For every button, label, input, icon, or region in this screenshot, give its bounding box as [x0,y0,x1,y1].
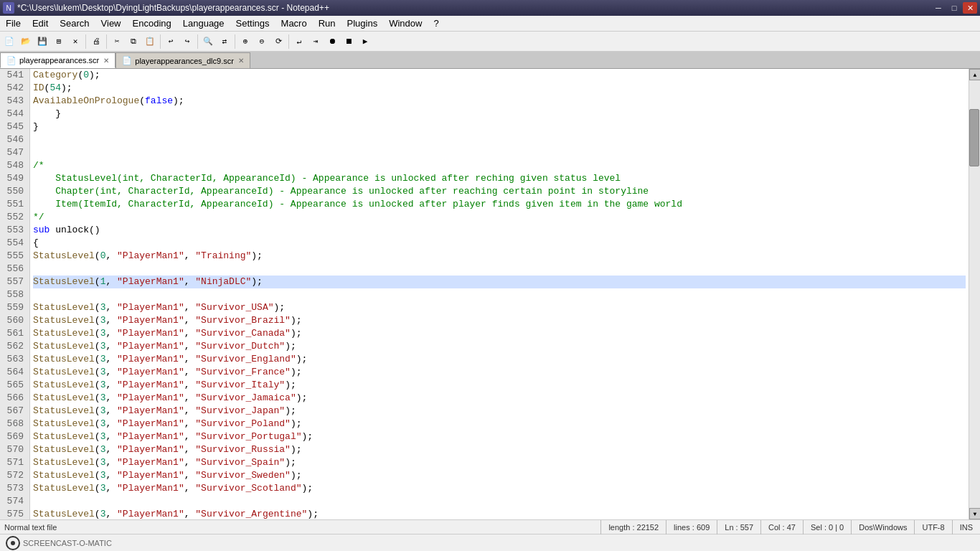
code-line-551[interactable]: Item(ItemId, CharacterId, AppearanceId) … [33,198,966,211]
tb-sync[interactable]: ⟳ [270,34,286,50]
titlebar: N *C:\Users\lukem\Desktop\DyingLightBack… [0,0,980,16]
scroll-track[interactable] [969,80,980,508]
code-line-570[interactable]: StatusLevel(3, "PlayerMan1", "Survivor_R… [33,443,966,456]
tab-close-1[interactable]: ✕ [103,57,109,65]
tb-undo[interactable]: ↩ [163,34,179,50]
code-line-554[interactable]: { [33,237,966,250]
code-line-555[interactable]: StatusLevel(0, "PlayerMan1", "Training")… [33,250,966,263]
tb-redo[interactable]: ↪ [179,34,195,50]
tb-saveall[interactable]: ⊞ [51,34,67,50]
line-number-560: 560 [6,314,24,327]
tb-new[interactable]: 📄 [1,34,17,50]
tb-cut[interactable]: ✂ [109,34,125,50]
tb-open[interactable]: 📂 [18,34,34,50]
tb-replace[interactable]: ⇄ [217,34,232,50]
code-line-561[interactable]: StatusLevel(3, "PlayerMan1", "Survivor_C… [33,327,966,340]
code-line-550[interactable]: Chapter(int, CharacterId, AppearanceId) … [33,185,966,198]
sep1 [85,34,86,49]
code-line-562[interactable]: StatusLevel(3, "PlayerMan1", "Survivor_D… [33,340,966,353]
code-line-572[interactable]: StatusLevel(3, "PlayerMan1", "Survivor_S… [33,469,966,482]
tb-save[interactable]: 💾 [34,34,50,50]
tab-label: playerappearances.scr [19,56,99,65]
vertical-scrollbar[interactable]: ▲ ▼ [969,69,980,519]
code-line-556[interactable] [33,263,966,276]
line-number-557: 557 [6,276,24,288]
tb-macro-stop[interactable]: ⏹ [341,34,357,50]
code-line-552[interactable]: */ [33,211,966,224]
line-number-556: 556 [6,263,24,276]
code-line-569[interactable]: StatusLevel(3, "PlayerMan1", "Survivor_P… [33,430,966,443]
tb-copy[interactable]: ⧉ [126,34,141,50]
tab-playerappearances[interactable]: 📄 playerappearances.scr ✕ [0,52,116,68]
code-line-548[interactable]: /* [33,159,966,172]
close-button[interactable]: ✕ [963,2,977,14]
tb-macro-rec[interactable]: ⏺ [324,34,340,50]
menu-search[interactable]: Search [54,16,95,31]
menu-language[interactable]: Language [177,16,230,31]
code-line-567[interactable]: StatusLevel(3, "PlayerMan1", "Survivor_J… [33,405,966,418]
toolbar: 📄 📂 💾 ⊞ ✕ 🖨 ✂ ⧉ 📋 ↩ ↪ 🔍 ⇄ ⊕ ⊖ ⟳ ↵ ⇥ ⏺ ⏹ … [0,32,980,52]
code-line-544[interactable]: } [33,108,966,121]
tb-close[interactable]: ✕ [67,34,83,50]
code-line-560[interactable]: StatusLevel(3, "PlayerMan1", "Survivor_B… [33,314,966,327]
tb-macro-play[interactable]: ▶ [357,34,373,50]
menu-file[interactable]: File [0,16,27,31]
menu-settings[interactable]: Settings [230,16,275,31]
scroll-thumb[interactable] [969,109,979,166]
status-col: Col : 47 [760,520,803,534]
menu-edit[interactable]: Edit [27,16,54,31]
scroll-up[interactable]: ▲ [969,69,980,80]
code-line-559[interactable]: StatusLevel(3, "PlayerMan1", "Survivor_U… [33,301,966,314]
titlebar-controls: ─ □ ✕ [931,2,977,14]
line-number-543: 543 [6,95,24,108]
code-line-553[interactable]: sub unlock() [33,224,966,237]
code-line-573[interactable]: StatusLevel(3, "PlayerMan1", "Survivor_S… [33,482,966,495]
tb-zoom-out[interactable]: ⊖ [254,34,270,50]
code-line-547[interactable] [33,146,966,159]
menu-window[interactable]: Window [383,16,428,31]
tb-wrap[interactable]: ↵ [291,34,307,50]
code-line-575[interactable]: StatusLevel(3, "PlayerMan1", "Survivor_A… [33,508,966,519]
status-ins: INS [952,520,980,534]
code-line-565[interactable]: StatusLevel(3, "PlayerMan1", "Survivor_I… [33,379,966,392]
tb-find[interactable]: 🔍 [200,34,216,50]
code-line-568[interactable]: StatusLevel(3, "PlayerMan1", "Survivor_P… [33,418,966,430]
code-line-566[interactable]: StatusLevel(3, "PlayerMan1", "Survivor_J… [33,392,966,405]
menu-help[interactable]: ? [428,16,444,31]
code-line-564[interactable]: StatusLevel(3, "PlayerMan1", "Survivor_F… [33,366,966,379]
tab-close-2[interactable]: ✕ [238,57,244,65]
menu-run[interactable]: Run [313,16,341,31]
menu-plugins[interactable]: Plugins [341,16,384,31]
maximize-button[interactable]: □ [947,2,961,14]
code-line-546[interactable] [33,133,966,146]
titlebar-left: N *C:\Users\lukem\Desktop\DyingLightBack… [3,2,329,14]
code-line-545[interactable]: } [33,121,966,133]
tb-indent[interactable]: ⇥ [308,34,324,50]
line-number-573: 573 [6,482,24,495]
menu-encoding[interactable]: Encoding [127,16,177,31]
sep4 [197,34,198,49]
line-number-569: 569 [6,430,24,443]
code-line-571[interactable]: StatusLevel(3, "PlayerMan1", "Survivor_S… [33,456,966,469]
line-number-558: 558 [6,288,24,301]
code-line-563[interactable]: StatusLevel(3, "PlayerMan1", "Survivor_E… [33,353,966,366]
status-ln: Ln : 557 [717,520,760,534]
tb-zoom-in[interactable]: ⊕ [237,34,253,50]
scroll-down[interactable]: ▼ [969,508,980,519]
code-line-549[interactable]: StatusLevel(int, CharacterId, Appearance… [33,172,966,185]
menu-macro[interactable]: Macro [275,16,313,31]
code-line-558[interactable] [33,288,966,301]
code-line-574[interactable] [33,495,966,508]
code-area[interactable]: Category(0); ID(54); AvailableOnPrologue… [30,69,969,519]
tb-print[interactable]: 🖨 [88,34,104,50]
menu-view[interactable]: View [95,16,127,31]
code-line-542[interactable]: ID(54); [33,82,966,95]
tab-playerappearances-dlc9[interactable]: 📄 playerappearances_dlc9.scr ✕ [116,52,250,68]
tb-paste[interactable]: 📋 [142,34,158,50]
minimize-button[interactable]: ─ [931,2,946,14]
code-line-543[interactable]: AvailableOnPrologue(false); [33,95,966,108]
line-number-559: 559 [6,301,24,314]
code-line-541[interactable]: Category(0); [33,69,966,82]
line-number-572: 572 [6,469,24,482]
code-line-557[interactable]: StatusLevel(1, "PlayerMan1", "NinjaDLC")… [33,276,966,288]
